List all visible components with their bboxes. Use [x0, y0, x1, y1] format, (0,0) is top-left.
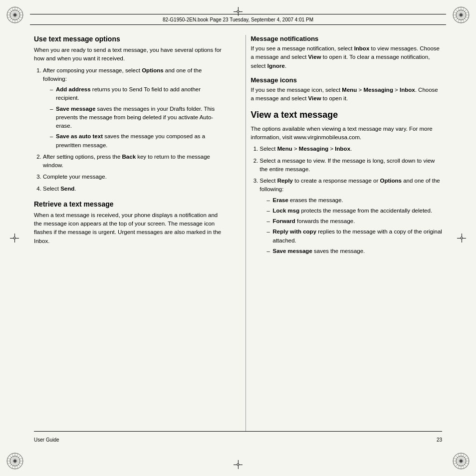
list-item-1: After composing your message, select Opt…	[43, 66, 226, 150]
sub-item-lock: Lock msg protects the message from the a…	[267, 207, 443, 215]
corner-decoration-tr	[451, 5, 471, 25]
view-intro: The options available when viewing a tex…	[251, 125, 443, 142]
sub-item-reply-copy: Reply with copy replies to the message w…	[267, 228, 443, 245]
sub-item-save-msg: Save message saves the message.	[267, 247, 443, 255]
footer-left: User Guide	[34, 437, 59, 443]
section-heading-notifications: Message notifications	[251, 35, 443, 42]
content-area: Use text message options When you are re…	[34, 30, 442, 446]
view-step-3: Select Reply to create a response messag…	[260, 177, 443, 255]
corner-decoration-tl	[5, 5, 25, 25]
section-heading-use-options: Use text message options	[34, 35, 226, 43]
sub-item-add-address: Add address returns you to Send To field…	[50, 85, 226, 103]
view-sub-list: Erase erases the message. Lock msg prote…	[260, 196, 443, 256]
page-container: 82-G1950-2EN.book Page 23 Tuesday, Septe…	[0, 0, 476, 476]
list-item-3: Complete your message.	[43, 173, 226, 181]
header-text: 82-G1950-2EN.book Page 23 Tuesday, Septe…	[163, 17, 313, 22]
list-item-4: Select Send.	[43, 185, 226, 193]
side-mark-top	[234, 7, 242, 16]
side-mark-left	[10, 234, 19, 242]
side-mark-bottom	[234, 460, 242, 469]
use-options-list: After composing your message, select Opt…	[34, 66, 226, 193]
section-heading-view: View a text message	[251, 110, 443, 121]
retrieve-text: When a text message is received, your ph…	[34, 211, 226, 245]
sub-item-forward: Forward forwards the message.	[267, 217, 443, 226]
options-sub-list: Add address returns you to Send To field…	[43, 85, 226, 150]
list-item-2: After setting options, press the Back ke…	[43, 153, 226, 170]
main-content: Use text message options When you are re…	[34, 30, 442, 431]
footer-right: 23	[437, 437, 442, 443]
section-heading-icons: Message icons	[251, 76, 443, 84]
sub-item-erase: Erase erases the message.	[267, 196, 443, 205]
use-options-intro: When you are ready to send a text messag…	[34, 46, 226, 63]
icons-text: If you see the message icon, select Menu…	[251, 86, 443, 103]
view-step-1: Select Menu > Messaging > Inbox.	[260, 145, 443, 153]
sub-item-save-auto: Save as auto text saves the message you …	[50, 132, 226, 150]
left-column: Use text message options When you are re…	[34, 35, 231, 431]
view-steps-list: Select Menu > Messaging > Inbox. Select …	[251, 145, 443, 255]
view-step-2: Select a message to view. If the message…	[260, 157, 443, 174]
footer: User Guide 23	[34, 431, 442, 446]
notifications-text: If you see a message notification, selec…	[251, 44, 443, 70]
side-mark-right	[457, 234, 466, 242]
corner-decoration-br	[451, 451, 471, 471]
right-column: Message notifications If you see a messa…	[245, 35, 443, 431]
corner-decoration-bl	[5, 451, 25, 471]
sub-item-save-message: Save message saves the messages in your …	[50, 105, 226, 131]
section-heading-retrieve: Retrieve a text message	[34, 200, 226, 208]
